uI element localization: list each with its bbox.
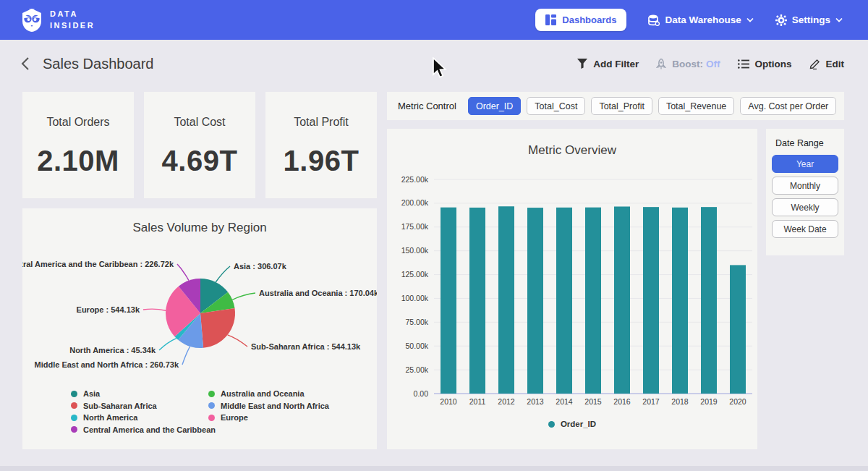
pie-legend-item-australia[interactable]: Australia and Oceania bbox=[208, 389, 305, 398]
metric-buttons-group: Order_IDTotal_CostTotal_ProfitTotal_Reve… bbox=[468, 97, 842, 115]
boost-state: Off bbox=[706, 59, 720, 69]
boost-toggle[interactable]: Boost: Off bbox=[656, 59, 720, 69]
legend-label: Europe bbox=[221, 413, 248, 422]
bar-2016[interactable] bbox=[614, 206, 630, 394]
pie-legend-item-central-america[interactable]: Central America and the Caribbean bbox=[71, 425, 216, 434]
bar-2017[interactable] bbox=[643, 207, 659, 394]
pie-callout-line-australia bbox=[232, 293, 255, 300]
metric-button-total-cost[interactable]: Total_Cost bbox=[527, 97, 585, 115]
pie-callout-label-subsaharan: Sub-Saharan Africa : 544.13k bbox=[251, 342, 361, 351]
metric-button-total-revenue[interactable]: Total_Revenue bbox=[658, 97, 734, 115]
x-axis-tick-label: 2013 bbox=[527, 397, 544, 406]
bar-chart-legend: Order_ID bbox=[387, 420, 757, 428]
page-header: Sales Dashboard Add Filter Boost: Off bbox=[0, 40, 868, 88]
legend-label: Order_ID bbox=[561, 420, 596, 428]
legend-dot-mena bbox=[208, 402, 215, 409]
pencil-icon bbox=[809, 59, 820, 69]
add-filter-label: Add Filter bbox=[593, 59, 639, 69]
pie-slice-subsaharan[interactable] bbox=[200, 308, 235, 348]
nav-dashboards-label: Dashboards bbox=[562, 14, 616, 25]
y-axis-tick-label: 100.00k bbox=[401, 294, 429, 302]
edit-button[interactable]: Edit bbox=[809, 59, 845, 69]
owl-logo-icon bbox=[20, 8, 43, 33]
x-axis-tick-label: 2010 bbox=[440, 397, 457, 406]
pie-callout-label-europe: Europe : 544.13k bbox=[77, 305, 140, 314]
metric-button-total-profit[interactable]: Total_Profit bbox=[591, 97, 652, 115]
bar-2011[interactable] bbox=[469, 208, 485, 394]
pie-callout-label-north-america: North America : 45.34k bbox=[69, 346, 156, 355]
nav-settings-menu[interactable]: Settings bbox=[775, 14, 843, 26]
back-button[interactable] bbox=[20, 56, 30, 71]
edit-label: Edit bbox=[826, 59, 845, 69]
filter-icon bbox=[577, 59, 587, 69]
bar-chart[interactable]: 0.0025.00k50.00k75.00k100.00k125.00k150.… bbox=[387, 129, 757, 449]
bar-2014[interactable] bbox=[556, 208, 572, 394]
y-axis-tick-label: 200.00k bbox=[401, 198, 429, 207]
dashboards-icon bbox=[545, 14, 556, 25]
date-range-panel: Date Range YearMonthlyWeeklyWeek Date bbox=[766, 129, 844, 255]
bar-chart-card: Metric Overview 0.0025.00k50.00k75.00k10… bbox=[387, 129, 757, 449]
bar-2019[interactable] bbox=[701, 207, 717, 394]
bottom-edge bbox=[0, 466, 868, 471]
options-button[interactable]: Options bbox=[738, 59, 792, 69]
bar-legend-item-order-id[interactable]: Order_ID bbox=[548, 420, 596, 428]
pie-legend-item-north-america[interactable]: North America bbox=[71, 413, 137, 422]
boost-label: Boost: bbox=[672, 59, 703, 69]
bar-2010[interactable] bbox=[441, 208, 456, 394]
pie-callout-line-asia bbox=[216, 266, 230, 282]
rocket-icon bbox=[656, 59, 666, 69]
top-navbar: DATA INSIDER Dashboards Data Warehouse bbox=[0, 0, 868, 40]
pie-callout-label-central-america: Central America and the Caribbean : 226.… bbox=[22, 260, 174, 268]
gear-icon bbox=[775, 14, 787, 26]
kpi-label: Total Cost bbox=[174, 116, 225, 129]
legend-label: Australia and Oceania bbox=[221, 389, 305, 398]
metric-control-label: Metric Control bbox=[398, 101, 456, 111]
metric-button-order-id[interactable]: Order_ID bbox=[468, 97, 521, 115]
bar-2015[interactable] bbox=[585, 208, 601, 394]
kpi-value: 1.96T bbox=[284, 145, 359, 177]
kpi-label: Total Orders bbox=[46, 116, 109, 129]
pie-legend-item-europe[interactable]: Europe bbox=[208, 413, 248, 422]
bar-2020[interactable] bbox=[730, 265, 746, 394]
metric-button-avg-cost-per-order[interactable]: Avg. Cost per Order bbox=[740, 97, 836, 115]
add-filter-button[interactable]: Add Filter bbox=[577, 59, 639, 69]
bar-2013[interactable] bbox=[527, 208, 543, 394]
kpi-value: 2.10M bbox=[37, 145, 119, 177]
nav-data-warehouse-label: Data Warehouse bbox=[665, 14, 741, 25]
date-range-button-weekly[interactable]: Weekly bbox=[772, 198, 838, 216]
legend-dot-europe bbox=[208, 415, 215, 421]
date-range-button-week-date[interactable]: Week Date bbox=[772, 220, 838, 238]
nav-dashboards-button[interactable]: Dashboards bbox=[535, 9, 626, 31]
chevron-down-icon bbox=[746, 17, 754, 22]
chevron-down-icon bbox=[835, 17, 843, 22]
x-axis-tick-label: 2012 bbox=[498, 397, 515, 406]
date-range-button-year[interactable]: Year bbox=[772, 155, 838, 173]
x-axis-tick-label: 2011 bbox=[469, 397, 486, 406]
x-axis-tick-label: 2015 bbox=[584, 397, 602, 406]
y-axis-tick-label: 0.00 bbox=[414, 389, 429, 398]
legend-label: Asia bbox=[83, 389, 100, 398]
x-axis-tick-label: 2014 bbox=[556, 397, 573, 406]
legend-label: North America bbox=[83, 413, 137, 422]
pie-legend-item-subsaharan[interactable]: Sub-Saharan Africa bbox=[71, 402, 157, 410]
pie-legend-item-asia[interactable]: Asia bbox=[71, 389, 100, 398]
list-icon bbox=[738, 59, 749, 69]
kpi-card-total-profit: Total Profit 1.96T bbox=[265, 92, 377, 198]
y-axis-tick-label: 225.00k bbox=[401, 175, 429, 184]
date-range-button-monthly[interactable]: Monthly bbox=[772, 177, 838, 195]
legend-label: Central America and the Caribbean bbox=[83, 425, 216, 434]
y-axis-tick-label: 75.00k bbox=[405, 318, 428, 326]
pie-callout-label-asia: Asia : 306.07k bbox=[234, 262, 287, 271]
chevron-left-icon bbox=[20, 56, 30, 71]
y-axis-tick-label: 25.00k bbox=[405, 365, 428, 374]
legend-dot-order-id bbox=[548, 421, 555, 428]
pie-legend-item-mena[interactable]: Middle East and North Africa bbox=[208, 402, 329, 410]
bar-2018[interactable] bbox=[672, 208, 688, 394]
bar-2012[interactable] bbox=[498, 206, 514, 394]
pie-callout-line-central-america bbox=[177, 264, 189, 281]
kpi-value: 4.69T bbox=[162, 145, 238, 177]
nav-data-warehouse-menu[interactable]: Data Warehouse bbox=[648, 14, 753, 26]
app-logo[interactable]: DATA INSIDER bbox=[20, 8, 95, 33]
legend-label: Sub-Saharan Africa bbox=[83, 402, 157, 410]
legend-dot-subsaharan bbox=[71, 402, 77, 409]
